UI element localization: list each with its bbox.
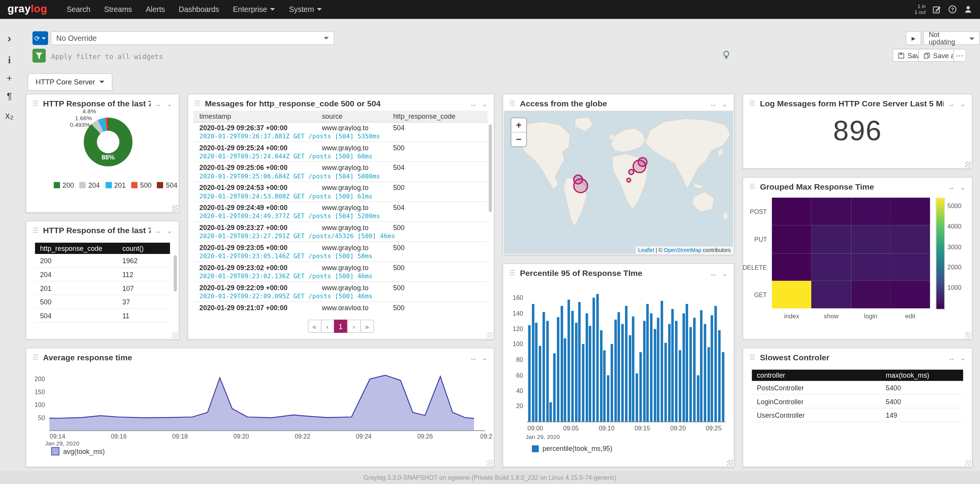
widget-move-icon[interactable]: ↔ [470, 354, 477, 360]
pagination-page-current[interactable]: 1 [334, 319, 348, 333]
widget-move-icon[interactable]: ↔ [948, 101, 955, 107]
legend-label: 504 [166, 182, 178, 189]
drag-handle-icon[interactable]: ☰ [509, 100, 516, 107]
chevron-down-icon[interactable]: ⌄ [960, 101, 966, 107]
message-timestamp: 2020-01-29 09:23:27 +00:00 [193, 224, 316, 231]
map-marker[interactable] [573, 178, 588, 193]
leaflet-link[interactable]: Leaflet [638, 247, 654, 253]
pie-slice-label: 0.493% [70, 121, 90, 128]
percentile-xaxis: 09:0009:0509:1009:1509:2009:25 [528, 425, 725, 432]
drag-handle-icon[interactable]: ☰ [32, 354, 39, 361]
chevron-down-icon[interactable]: ⌄ [722, 270, 727, 276]
more-actions-button[interactable]: ⋯ [953, 49, 966, 62]
drag-handle-icon[interactable]: ☰ [749, 183, 756, 190]
bar [672, 309, 674, 422]
widget-move-icon[interactable]: ↔ [710, 270, 717, 276]
message-row[interactable]: 2020-01-29 09:21:07 +00:00www.graylog.to… [193, 302, 487, 310]
throughput-indicator[interactable]: 1 in 1 out [915, 4, 926, 15]
scrollbar-thumb[interactable] [489, 124, 492, 212]
resize-grip[interactable] [965, 460, 971, 466]
resize-grip[interactable] [172, 205, 178, 211]
nav-item-enterprise[interactable]: Enterprise [226, 0, 282, 19]
message-row[interactable]: 2020-01-29 09:26:37 +00:00www.graylog.to… [193, 122, 487, 142]
add-widget-icon[interactable]: + [0, 72, 19, 83]
pagination-button[interactable]: ‹ [321, 319, 335, 333]
message-row[interactable]: 2020-01-29 09:23:05 +00:00www.graylog.to… [193, 242, 487, 262]
colorbar-tick: 3000 [948, 244, 962, 250]
filter-input[interactable] [50, 49, 714, 64]
subscript-icon[interactable]: x₂ [0, 110, 19, 121]
zoom-in-button[interactable]: + [511, 118, 526, 133]
zoom-out-button[interactable]: − [511, 133, 526, 146]
help-icon[interactable]: ? [948, 5, 957, 14]
resize-grip[interactable] [727, 460, 733, 466]
resize-grip[interactable] [965, 161, 971, 168]
scrollbar-thumb[interactable] [174, 255, 177, 291]
heatmap-cell [811, 198, 851, 225]
drag-handle-icon[interactable]: ☰ [32, 100, 39, 107]
nav-item-alerts[interactable]: Alerts [139, 0, 172, 19]
nav-item-dashboards[interactable]: Dashboards [172, 0, 226, 19]
bar [678, 351, 681, 422]
map-marker[interactable] [626, 178, 631, 183]
resize-grip[interactable] [172, 332, 178, 338]
edit-icon[interactable] [933, 5, 941, 14]
widget-move-icon[interactable]: ↔ [948, 354, 955, 360]
user-icon[interactable] [964, 5, 973, 14]
info-icon[interactable]: i [0, 55, 19, 66]
nav-item-search[interactable]: Search [60, 0, 97, 19]
table-row: 204112 [35, 268, 170, 282]
chevron-down-icon[interactable]: ⌄ [960, 183, 966, 190]
message-row[interactable]: 2020-01-29 09:25:24 +00:00www.graylog.to… [193, 142, 487, 162]
chevron-down-icon[interactable]: ⌄ [482, 354, 487, 360]
heatmap-cell [772, 253, 812, 281]
nav-item-system[interactable]: System [282, 0, 329, 19]
osm-link[interactable]: OpenStreetMap [664, 247, 701, 253]
drag-handle-icon[interactable]: ☰ [32, 227, 39, 234]
chevron-down-icon[interactable]: ⌄ [167, 227, 173, 234]
play-button[interactable]: ▶ [906, 31, 921, 45]
pagination-button[interactable]: » [360, 319, 374, 333]
timerange-select[interactable]: No Override [50, 31, 334, 45]
widget-title: HTTP Response of the last 7 days [43, 226, 151, 235]
chevron-down-icon[interactable]: ⌄ [167, 101, 173, 107]
map-canvas[interactable]: + − Leaflet | © OpenStreetMap contributo… [504, 111, 733, 254]
chevron-down-icon[interactable]: ⌄ [482, 101, 487, 107]
widget-move-icon[interactable]: ↔ [710, 101, 717, 107]
message-row[interactable]: 2020-01-29 09:25:06 +00:00www.graylog.to… [193, 162, 487, 182]
message-row[interactable]: 2020-01-29 09:24:53 +00:00www.graylog.to… [193, 182, 487, 202]
tab-http-core-server[interactable]: HTTP Core Server [27, 73, 112, 91]
bar [650, 313, 652, 422]
widget-move-icon[interactable]: ↔ [155, 101, 162, 107]
resize-grip[interactable] [965, 332, 971, 338]
resize-grip[interactable] [487, 460, 493, 466]
filter-button[interactable] [32, 49, 45, 63]
message-row[interactable]: 2020-01-29 09:23:27 +00:00www.graylog.to… [193, 222, 487, 242]
message-row[interactable]: 2020-01-29 09:23:02 +00:00www.graylog.to… [193, 262, 487, 282]
chevron-down-icon[interactable]: ⌄ [960, 354, 966, 360]
drag-handle-icon[interactable]: ☰ [194, 100, 201, 107]
refresh-interval-dropdown[interactable]: Not updating [923, 31, 980, 45]
x-tick-label: 09:25 [706, 425, 722, 432]
timerange-refresh-button[interactable]: ⟳ [32, 31, 48, 45]
heatmap-col-labels: indexshowloginedit [772, 313, 930, 320]
message-row[interactable]: 2020-01-29 09:24:49 +00:00www.graylog.to… [193, 202, 487, 222]
pagination-button[interactable]: › [347, 319, 361, 333]
pilcrow-icon[interactable]: ¶ [0, 91, 19, 101]
resize-grip[interactable] [487, 332, 493, 338]
chevron-down-icon[interactable]: ⌄ [722, 101, 727, 107]
drag-handle-icon[interactable]: ☰ [749, 100, 756, 107]
expand-sidebar-icon[interactable]: › [0, 32, 19, 45]
drag-handle-icon[interactable]: ☰ [509, 270, 516, 277]
lightbulb-icon[interactable] [722, 50, 730, 62]
drag-handle-icon[interactable]: ☰ [749, 354, 756, 361]
message-source: www.graylog.to [316, 124, 387, 131]
graylog-logo[interactable]: graylog [7, 3, 47, 15]
nav-item-streams[interactable]: Streams [97, 0, 139, 19]
pagination-button[interactable]: « [308, 319, 322, 333]
widget-move-icon[interactable]: ↔ [155, 227, 162, 234]
widget-move-icon[interactable]: ↔ [948, 183, 955, 190]
widget-move-icon[interactable]: ↔ [470, 101, 477, 107]
bar [535, 323, 538, 422]
message-row[interactable]: 2020-01-29 09:22:09 +00:00www.graylog.to… [193, 282, 487, 302]
